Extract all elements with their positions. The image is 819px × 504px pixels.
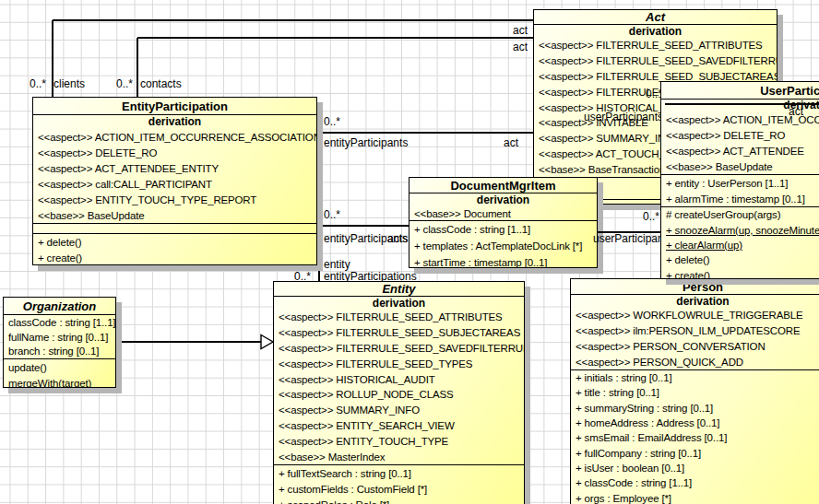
operation-row: + snoozeAlarm(up, snoozeMinutes) xyxy=(661,222,819,237)
class-title: Person xyxy=(571,279,819,295)
generalization-organization-entity[interactable] xyxy=(116,341,261,343)
stereotype-row: <<aspect>> ENTITY_TOUCH_TYPE_REPORT xyxy=(33,192,316,207)
stereotype-row: <<aspect>> call:CALL_PARTICIPANT xyxy=(33,176,316,192)
attribute-row: + summaryString : string [0..1] xyxy=(571,401,819,416)
stereotype-row: <<aspect>> FILTERRULE_SEED_SAVEDFILTERRU… xyxy=(534,53,777,69)
stereotype-row: <<aspect>> ENTITY_SEARCH_VIEW xyxy=(274,418,524,434)
operation-row: + delete() xyxy=(33,234,316,250)
association-act-contacts[interactable] xyxy=(136,38,138,97)
stereotype-row: <<aspect>> PERSON_QUICK_ADD xyxy=(571,354,819,369)
attribute-row: + fullTextSearch : string [0..1] xyxy=(274,465,524,481)
stereotype-row: <<aspect>> FILTERRULE_SEED_TYPES xyxy=(274,356,524,371)
stereotype-row: <<aspect>> FILTERRULE_SEED_SAVEDFILTERRU… xyxy=(274,341,524,357)
attribute-row: + customFields : CustomField [*] xyxy=(274,481,524,497)
stereotype-row: <<base>> BaseUpdate xyxy=(661,158,819,174)
stereotype-row: <<aspect>> HISTORICAL_AUDIT xyxy=(274,371,524,387)
attribute-row: + startTime : timestamp [0..1] xyxy=(410,254,597,267)
edge-label: clients xyxy=(53,77,85,90)
attribute-row: + smsEmail : EmailAddress [0..1] xyxy=(571,430,819,445)
stereotype-row: <<aspect>> ACT_ATTENDEE xyxy=(661,143,819,158)
operation-row: # createUserGroup(args) xyxy=(661,207,819,222)
class-person[interactable]: Personderivation<<aspect>> WORKFLOWRULE_… xyxy=(570,278,819,504)
stereotype-row: <<aspect>> ilm:PERSON_ILM_UPDATESCORE xyxy=(571,323,819,339)
operation-row: + clearAlarm(up) xyxy=(661,238,819,252)
stereotypes-compartment: derivation<<base>> Document xyxy=(410,193,597,220)
association-entityparticipants-acts[interactable] xyxy=(317,225,409,227)
class-title: Act xyxy=(534,10,777,25)
stereotypes-compartment: derivation<<aspect>> ACTION_ITEM_OCCURRE… xyxy=(33,115,316,223)
operation-row: mergeWith(target) xyxy=(4,375,115,387)
stereotype-row: <<aspect>> ACT_ATTENDEE_ENTITY xyxy=(33,160,316,176)
compartment-label: derivation xyxy=(33,115,316,129)
stereotype-row: <<aspect>> DELETE_RO xyxy=(661,127,819,143)
attributes-compartment: + entity : UserPerson [1..1]+ alarmTime … xyxy=(661,174,819,206)
operation-row: update() xyxy=(4,359,115,375)
stereotype-row: <<aspect>> WORKFLOWRULE_TRIGGERABLE xyxy=(571,308,819,323)
operations-compartment: + delete()+ create() xyxy=(33,233,316,264)
attribute-row: classCode : string [1..1] xyxy=(4,315,115,330)
edge-label: 0..* xyxy=(324,208,340,221)
operation-row: + create() xyxy=(33,250,316,264)
attribute-row: + fullCompany : string [0..1] xyxy=(571,445,819,460)
operation-row: + create() xyxy=(661,268,819,278)
attribute-row: + entity : UserPerson [1..1] xyxy=(661,175,819,191)
attributes-compartment: classCode : string [1..1]fullName : stri… xyxy=(4,315,115,358)
attribute-row: + templates : ActTemplateDocLink [*] xyxy=(410,238,597,254)
attribute-row: + classCode : string [1..1] xyxy=(571,475,819,490)
class-title: DocumentMgrItem xyxy=(410,178,597,193)
compartment-label: derivation xyxy=(410,193,597,206)
edge-label: contacts xyxy=(140,77,182,90)
stereotype-row: <<aspect>> FILTERRULE_SEED_SUBJECTAREAS xyxy=(274,325,524,341)
class-title: EntityParticipation xyxy=(33,98,316,115)
stereotype-row: <<base>> Document xyxy=(410,206,597,220)
stereotype-row: <<base>> MasterIndex xyxy=(274,449,524,464)
class-title: Entity xyxy=(274,282,524,297)
attribute-row: + isUser : boolean [0..1] xyxy=(571,461,819,475)
edge-label: 0..* xyxy=(30,77,46,90)
stereotypes-compartment: derivation<<aspect>> WORKFLOWRULE_TRIGGE… xyxy=(571,295,819,369)
association-act-clients[interactable] xyxy=(53,19,533,21)
operations-compartment: update()mergeWith(target) xyxy=(4,358,115,387)
attribute-row: + homeAddress : Address [0..1] xyxy=(571,416,819,430)
stereotype-row: <<aspect>> PERSON_CONVERSATION xyxy=(571,339,819,355)
edge-label: act xyxy=(789,105,803,118)
attribute-row: + initials : string [0..1] xyxy=(571,370,819,385)
attribute-row: fullName : string [0..1] xyxy=(4,330,115,345)
compartment-label: derivation xyxy=(534,25,777,38)
stereotype-row: <<aspect>> FILTERRULE_SEED_ATTRIBUTES xyxy=(274,310,524,325)
attribute-row: + scopedRoles : Role [*] xyxy=(274,497,524,504)
edge-label: entityParticipants xyxy=(324,136,408,149)
stereotype-row: <<aspect>> SUMMARY_INFO xyxy=(274,403,524,418)
attribute-row: + classCode : string [1..1] xyxy=(410,221,597,238)
attribute-row: + orgs : Employee [*] xyxy=(571,490,819,504)
edge-label: act xyxy=(513,24,528,37)
diagram-canvas: EntityParticipationderivation<<aspect>> … xyxy=(0,0,819,504)
edge-label: act xyxy=(513,41,528,53)
stereotype-row: <<base>> BaseUpdate xyxy=(33,207,316,223)
attributes-compartment: + classCode : string [1..1]+ templates :… xyxy=(410,220,597,267)
association-entity-entityparticipations[interactable] xyxy=(318,265,320,281)
attributes-compartment: + initials : string [0..1]+ title : stri… xyxy=(571,369,819,504)
edge-label: acts xyxy=(387,232,408,245)
stereotypes-compartment: derivation<<aspect>> FILTERRULE_SEED_ATT… xyxy=(274,297,524,464)
attribute-row: branch : string [0..1] xyxy=(4,344,115,358)
stereotype-row: <<aspect>> DELETE_RO xyxy=(33,145,316,160)
edge-label: entity xyxy=(324,258,350,271)
generalization-arrowhead-icon xyxy=(260,334,274,350)
compartment-label: derivation xyxy=(274,297,524,310)
association-entityparticipants-act[interactable] xyxy=(317,132,533,134)
class-organization[interactable]: OrganizationclassCode : string [1..1]ful… xyxy=(3,297,116,388)
operations-compartment: # createUserGroup(args)+ snoozeAlarm(up,… xyxy=(661,206,819,278)
attribute-row: + alarmTime : timestamp [0..1] xyxy=(661,191,819,206)
compartment-label: derivation xyxy=(571,295,819,308)
stereotype-row: <<aspect>> ENTITY_TOUCH_TYPE xyxy=(274,433,524,449)
class-entity[interactable]: Entityderivation<<aspect>> FILTERRULE_SE… xyxy=(273,281,525,504)
class-documentmgritem[interactable]: DocumentMgrItemderivation<<base>> Docume… xyxy=(409,177,598,268)
class-title: UserParticipation xyxy=(661,82,819,100)
edge-label: 0..* xyxy=(643,210,659,223)
attributes-compartment xyxy=(33,223,316,233)
attributes-compartment: + fullTextSearch : string [0..1]+ custom… xyxy=(274,464,524,504)
class-entityparticipation[interactable]: EntityParticipationderivation<<aspect>> … xyxy=(32,97,317,265)
edge-label: 0..* xyxy=(324,115,340,128)
association-act-contacts[interactable] xyxy=(137,37,533,39)
